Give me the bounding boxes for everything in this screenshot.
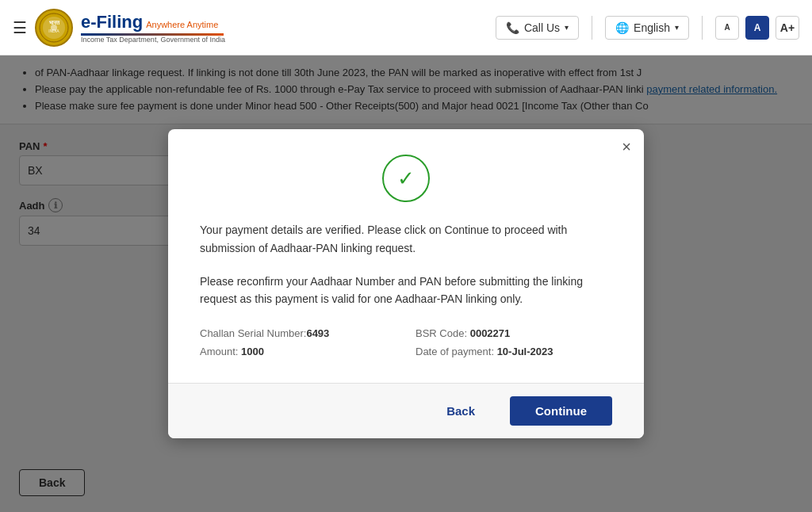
phone-icon: 📞	[506, 21, 519, 34]
check-icon: ✓	[397, 166, 415, 191]
amount-detail: Amount: 1000	[200, 346, 396, 357]
modal-reconfirm: Please reconfirm your Aadhaar Number and…	[200, 273, 612, 308]
hamburger-icon[interactable]: ☰	[13, 18, 27, 37]
modal-dialog: × ✓ Your payment details are verified. P…	[168, 129, 644, 438]
globe-icon: 🌐	[615, 21, 629, 34]
modal-overlay: × ✓ Your payment details are verified. P…	[0, 55, 812, 512]
divider2	[702, 16, 703, 40]
modal-details: Challan Serial Number:6493 BSR Code: 000…	[200, 327, 612, 357]
font-increase-button[interactable]: A+	[776, 16, 799, 40]
modal-back-button[interactable]: Back	[424, 398, 497, 424]
header-left: ☰ भारत INDIA e-Filing Anywhere Anytime I…	[13, 9, 225, 47]
header: ☰ भारत INDIA e-Filing Anywhere Anytime I…	[0, 0, 812, 55]
header-right: 📞 Call Us ▾ 🌐 English ▾ A A A+	[496, 16, 799, 40]
challan-detail: Challan Serial Number:6493	[200, 327, 396, 339]
brand-subtitle: Income Tax Department, Government of Ind…	[81, 36, 225, 44]
font-decrease-button[interactable]: A	[715, 16, 739, 40]
modal-continue-button[interactable]: Continue	[510, 396, 612, 426]
chevron-down-icon-lang: ▾	[675, 23, 679, 32]
svg-point-4	[51, 25, 57, 31]
modal-close-button[interactable]: ×	[622, 139, 631, 155]
font-normal-button[interactable]: A	[745, 16, 769, 40]
call-us-label: Call Us	[524, 21, 560, 34]
date-detail: Date of payment: 10-Jul-2023	[416, 346, 612, 357]
modal-message: Your payment details are verified. Pleas…	[200, 221, 612, 257]
success-circle: ✓	[382, 155, 430, 202]
language-label: English	[634, 21, 670, 34]
brand-title: e-Filing	[81, 12, 143, 32]
svg-text:भारत: भारत	[49, 20, 60, 25]
modal-footer: Back Continue	[168, 383, 644, 438]
call-us-button[interactable]: 📞 Call Us ▾	[496, 16, 579, 40]
font-controls: A A A+	[715, 16, 799, 40]
brand-tagline: Anywhere Anytime	[146, 20, 218, 29]
bsr-detail: BSR Code: 0002271	[416, 327, 612, 339]
logo: भारत INDIA	[35, 9, 73, 47]
brand-text: e-Filing Anywhere Anytime Income Tax Dep…	[81, 12, 225, 44]
language-button[interactable]: 🌐 English ▾	[605, 16, 689, 40]
chevron-down-icon: ▾	[565, 23, 569, 32]
divider	[592, 16, 592, 40]
modal-body: ✓ Your payment details are verified. Ple…	[168, 129, 644, 383]
modal-icon-wrapper: ✓	[200, 155, 612, 202]
main-content: of PAN-Aadhaar linkage request. If linki…	[0, 55, 812, 512]
